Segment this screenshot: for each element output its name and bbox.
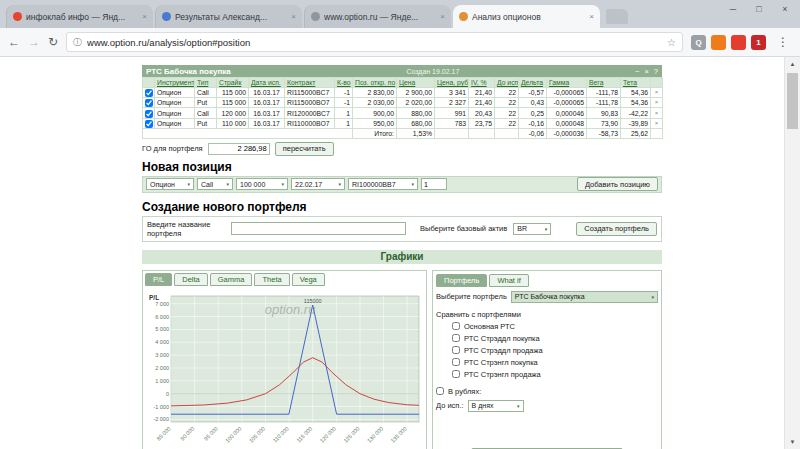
- instrument-select[interactable]: Опцион ▾: [146, 178, 194, 190]
- y-tick-label: 7 000: [155, 301, 169, 307]
- col-price[interactable]: Цена: [397, 78, 435, 88]
- col-price-rub[interactable]: Цена, руб.: [435, 78, 469, 88]
- col-strike[interactable]: Страйк: [217, 78, 249, 88]
- cell-theta: -39,89: [621, 118, 651, 128]
- quantity-input[interactable]: [421, 178, 447, 190]
- site-info-icon[interactable]: ⓘ: [73, 36, 82, 49]
- rubles-checkbox[interactable]: [436, 387, 444, 395]
- window-minimize-icon[interactable]: ─: [720, 0, 746, 18]
- base-asset-select[interactable]: BR ▾: [513, 223, 551, 235]
- tab-what-if[interactable]: What if: [489, 274, 528, 287]
- extension-icon[interactable]: Q: [691, 35, 706, 50]
- col-type[interactable]: Тип: [195, 78, 217, 88]
- option-type-select[interactable]: Call ▾: [197, 178, 233, 190]
- row-checkbox[interactable]: [145, 99, 153, 107]
- col-days[interactable]: До исп.: [495, 78, 519, 88]
- tab-theta[interactable]: Theta: [254, 273, 289, 286]
- browser-tab-active[interactable]: Анализ опционов ×: [453, 5, 600, 28]
- col-open[interactable]: Поз. откр. по: [353, 78, 397, 88]
- col-qty[interactable]: К-во: [335, 78, 353, 88]
- compare-checkbox[interactable]: [452, 358, 460, 366]
- new-tab-button[interactable]: [606, 9, 628, 24]
- col-gamma[interactable]: Гамма: [547, 78, 587, 88]
- window-maximize-icon[interactable]: □: [746, 0, 772, 18]
- cell-qty: -1: [335, 88, 353, 98]
- compare-checkbox[interactable]: [452, 334, 460, 342]
- cell-expiry: 16.03.17: [249, 98, 285, 108]
- extension-icon[interactable]: [711, 35, 726, 50]
- tab-close-icon[interactable]: ×: [589, 12, 594, 21]
- col-instrument[interactable]: Инструмент: [155, 78, 195, 88]
- compare-checkbox[interactable]: [452, 322, 460, 330]
- row-checkbox[interactable]: [145, 110, 153, 118]
- col-expiry[interactable]: Дата исп.: [249, 78, 285, 88]
- close-icon[interactable]: ×: [644, 67, 648, 76]
- type-value: Call: [201, 181, 213, 188]
- tab-close-icon[interactable]: ×: [291, 12, 296, 21]
- pl-chart: -2 000-1 00001 0002 0003 0004 0005 0006 …: [145, 288, 424, 449]
- browser-tab-2[interactable]: Результаты Александ... ×: [155, 5, 302, 28]
- browser-tab-1[interactable]: инфоклаб инфо — Янд... ×: [6, 5, 153, 28]
- compare-checkbox[interactable]: [452, 370, 460, 378]
- delete-row-icon[interactable]: ×: [651, 98, 663, 108]
- asset-value: BR: [517, 225, 527, 232]
- strike-select[interactable]: 100 000 ▾: [236, 178, 288, 190]
- scrollbar-thumb[interactable]: [787, 73, 798, 129]
- total-delta: -0,06: [519, 128, 547, 138]
- cell-contract: RI120000BC7: [285, 108, 335, 118]
- compare-checkbox[interactable]: [452, 346, 460, 354]
- col-iv[interactable]: IV, %: [469, 78, 495, 88]
- delete-row-icon[interactable]: ×: [651, 88, 663, 98]
- browser-menu-icon[interactable]: ⋮: [774, 35, 792, 49]
- y-tick-label: 4 000: [155, 339, 169, 345]
- tab-gamma[interactable]: Gamma: [210, 273, 253, 286]
- delete-row-icon[interactable]: ×: [651, 108, 663, 118]
- tab-portfolio[interactable]: Портфель: [436, 274, 487, 287]
- reload-icon[interactable]: ↻: [48, 35, 58, 49]
- delete-row-icon[interactable]: ×: [651, 118, 663, 128]
- cell-iv: 20,43: [469, 108, 495, 118]
- portfolio-name-input[interactable]: [231, 222, 406, 235]
- tab-pl[interactable]: P/L: [145, 273, 172, 286]
- add-position-button[interactable]: Добавить позицию: [577, 177, 658, 191]
- window-close-icon[interactable]: ×: [772, 0, 798, 18]
- tab-close-icon[interactable]: ×: [440, 12, 445, 21]
- row-checkbox[interactable]: [145, 120, 153, 128]
- cell-days: 22: [495, 98, 519, 108]
- margin-value-input[interactable]: [208, 143, 270, 155]
- browser-tab-3[interactable]: www.option.ru — Янде... ×: [304, 5, 451, 28]
- url-field[interactable]: ⓘ www.option.ru/analysis/option#position…: [66, 32, 683, 52]
- y-tick-label: 5 000: [155, 326, 169, 332]
- cell-vega: 73,90: [587, 118, 621, 128]
- cell-price: 880,00: [397, 108, 435, 118]
- col-delta[interactable]: Дельта: [519, 78, 547, 88]
- cell-days: 22: [495, 118, 519, 128]
- create-portfolio-button[interactable]: Создать портфель: [576, 222, 657, 236]
- expiry-select[interactable]: 22.02.17 ▾: [291, 178, 345, 190]
- bookmark-star-icon[interactable]: ☆: [667, 37, 676, 48]
- total-theta: 25,62: [621, 128, 651, 138]
- row-checkbox[interactable]: [145, 89, 153, 97]
- forward-icon[interactable]: →: [28, 35, 40, 49]
- col-vega[interactable]: Вега: [587, 78, 621, 88]
- col-theta[interactable]: Тета: [621, 78, 651, 88]
- scroll-up-icon[interactable]: ▲: [785, 57, 800, 71]
- cell-price-rub: 991: [435, 108, 469, 118]
- tab-vega[interactable]: Vega: [292, 273, 325, 286]
- scroll-down-icon[interactable]: ▼: [785, 435, 800, 449]
- contract-select[interactable]: RI100000BB7 ▾: [348, 178, 418, 190]
- col-contract[interactable]: Контракт: [285, 78, 335, 88]
- page-scrollbar[interactable]: ▲ ▼: [784, 57, 800, 449]
- recalculate-button[interactable]: пересчитать: [275, 142, 334, 156]
- collapse-icon[interactable]: −: [635, 67, 639, 76]
- portfolio-select[interactable]: РТС Бабочка покупка ▾: [511, 291, 658, 303]
- back-icon[interactable]: ←: [8, 35, 20, 49]
- extension-icon[interactable]: [731, 35, 746, 50]
- help-icon[interactable]: ?: [654, 67, 658, 76]
- days-select[interactable]: В днях ▾: [468, 400, 524, 412]
- tab-delta[interactable]: Delta: [174, 273, 208, 286]
- new-portfolio-form: Введите название портфеля Выберите базов…: [142, 216, 662, 242]
- tab-close-icon[interactable]: ×: [142, 12, 147, 21]
- extension-icon[interactable]: 1: [751, 35, 766, 50]
- total-label: Итого:: [353, 128, 397, 138]
